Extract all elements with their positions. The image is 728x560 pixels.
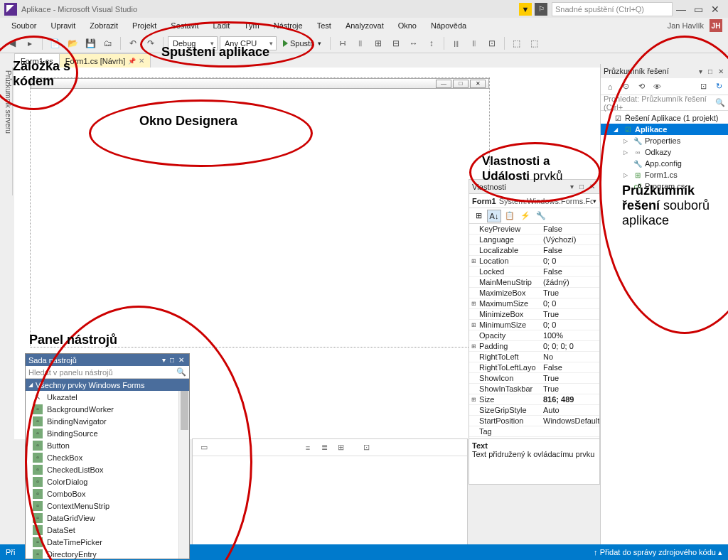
toolbox-item[interactable]: ▫BindingSource: [26, 427, 189, 439]
solexp-dropdown-icon[interactable]: ▾: [697, 68, 704, 75]
sol-properties[interactable]: ▷🔧Properties: [601, 135, 728, 146]
align6-icon[interactable]: ↕: [424, 36, 439, 51]
menu-napoveda[interactable]: Nápověda: [425, 20, 472, 31]
toolbox-item[interactable]: ▫CheckedListBox: [26, 463, 189, 475]
prop-row[interactable]: Tag: [469, 426, 599, 437]
prop-row[interactable]: ShowIconTrue: [469, 373, 599, 384]
save-icon[interactable]: 💾: [82, 36, 98, 51]
design-canvas[interactable]: — □ ✕: [30, 77, 490, 348]
menu-analyzovat[interactable]: Analyzovat: [340, 20, 390, 31]
close-tab-icon[interactable]: ✕: [139, 57, 144, 65]
out-b4-icon[interactable]: ⊡: [359, 441, 373, 455]
run-button[interactable]: Spustit▾: [279, 36, 326, 51]
prop-row[interactable]: LocalizableFalse: [469, 245, 599, 256]
sol-b1-icon[interactable]: ⊙: [619, 80, 632, 93]
saveall-icon[interactable]: 🗂: [100, 36, 116, 51]
toolbox-close-icon[interactable]: ✕: [176, 356, 186, 364]
menu-test[interactable]: Test: [311, 20, 337, 31]
user-badge[interactable]: JH: [710, 19, 722, 32]
sol-b3-icon[interactable]: 👁: [651, 80, 663, 93]
notification-icon[interactable]: ▼: [519, 3, 532, 16]
menu-nastroje[interactable]: Nástroje: [268, 20, 309, 31]
toolbox-item[interactable]: ▫ComboBox: [26, 488, 189, 500]
prop-row[interactable]: ⊞Padding0; 0; 0; 0: [469, 341, 599, 352]
prop-row[interactable]: ⊞MaximumSize0; 0: [469, 298, 599, 309]
feedback-icon[interactable]: ⚐: [535, 3, 547, 16]
toolbox-item[interactable]: ▫DataGridView: [26, 512, 189, 524]
platform-combo[interactable]: Any CPU: [220, 36, 277, 50]
menu-upravit[interactable]: Upravit: [45, 20, 81, 31]
prop-row[interactable]: SizeGripStyleAuto: [469, 405, 599, 416]
prop-row[interactable]: ⊞Location0; 0: [469, 256, 599, 266]
prop-row[interactable]: ⊞Size816; 489: [469, 394, 599, 405]
out-b1-icon[interactable]: ≡: [301, 441, 315, 455]
sol-references[interactable]: ▷▫▫Odkazy: [601, 146, 728, 158]
props-close-icon[interactable]: ✕: [588, 183, 596, 190]
config-combo[interactable]: Debug: [168, 36, 218, 50]
refresh-icon[interactable]: ↻: [712, 80, 725, 93]
align4-icon[interactable]: ⊟: [388, 36, 404, 51]
redo-icon[interactable]: ↷: [143, 36, 159, 51]
spacing3-icon[interactable]: ⊡: [484, 36, 500, 51]
prop-row[interactable]: RightToLeftLayoFalse: [469, 362, 599, 373]
toolbox-item[interactable]: ↖Ukazatel: [26, 391, 189, 403]
toolbox-item[interactable]: ▫ColorDialog: [26, 475, 189, 488]
props-alpha-icon[interactable]: A↓: [487, 210, 501, 222]
sol-b2-icon[interactable]: ⟲: [635, 80, 648, 93]
back-icon[interactable]: ◀: [4, 36, 20, 51]
toolbox-item[interactable]: ▫DirectoryEntry: [26, 548, 189, 560]
props-cat-icon[interactable]: ⊞: [471, 210, 486, 222]
prop-row[interactable]: MaximizeBoxTrue: [469, 288, 599, 298]
prop-row[interactable]: MinimizeBoxTrue: [469, 309, 599, 320]
toolbox-item[interactable]: ▫BindingNavigator: [26, 415, 189, 427]
spacing2-icon[interactable]: ⫴: [466, 36, 482, 51]
prop-row[interactable]: MainMenuStrip(žádný): [469, 277, 599, 288]
toolbox-scrollbar[interactable]: [178, 391, 189, 559]
toolbox-item[interactable]: ▫ContextMenuStrip: [26, 500, 189, 512]
prop-row[interactable]: StartPositionWindowsDefaultLoc: [469, 416, 599, 426]
sol-root[interactable]: ☑Řešení Aplikace (1 projekt): [601, 112, 728, 124]
toolbox-category[interactable]: ◢Všechny prvky Windows Forms: [26, 379, 189, 391]
prop-row[interactable]: KeyPreviewFalse: [469, 224, 599, 235]
props-pin-icon[interactable]: □: [578, 183, 585, 190]
toolbox-item[interactable]: ▫CheckBox: [26, 451, 189, 463]
props-events-icon[interactable]: ⚡: [518, 210, 532, 222]
prop-row[interactable]: TextForm1: [469, 437, 599, 438]
props-object-combo[interactable]: Form1System.Windows.Forms.Form▾: [469, 194, 599, 208]
toolbox-item[interactable]: ▫DataSet: [26, 524, 189, 536]
tab-form1-design[interactable]: Form1.cs [Návrh]📌✕: [59, 53, 151, 68]
forward-icon[interactable]: ▸: [22, 36, 38, 51]
solexp-pin-icon[interactable]: □: [707, 68, 714, 75]
toolbox-pin-icon[interactable]: □: [168, 356, 176, 364]
new-icon[interactable]: 📄: [47, 36, 63, 51]
prop-row[interactable]: Language(Výchozí): [469, 235, 599, 245]
toolbox-item[interactable]: ▫Button: [26, 439, 189, 451]
toolbox-dropdown-icon[interactable]: ▾: [160, 356, 168, 364]
props-dropdown-icon[interactable]: ▾: [569, 183, 575, 190]
out-b3-icon[interactable]: ⊞: [333, 441, 348, 455]
menu-soubor[interactable]: Soubor: [6, 20, 42, 31]
prop-row[interactable]: ShowInTaskbarTrue: [469, 384, 599, 394]
align-icon[interactable]: ∺: [335, 36, 350, 51]
undo-icon[interactable]: ↶: [125, 36, 141, 51]
user-name[interactable]: Jan Havlík: [668, 21, 707, 30]
sol-appconfig[interactable]: 🔧App.config: [601, 158, 728, 169]
close-button[interactable]: ✕: [707, 4, 724, 15]
order1-icon[interactable]: ⬚: [509, 36, 525, 51]
menu-ladit[interactable]: Ladit: [207, 20, 235, 31]
toolbox-item[interactable]: ▫DateTimePicker: [26, 536, 189, 548]
prop-row[interactable]: RightToLeftNo: [469, 352, 599, 362]
sol-b4-icon[interactable]: ⊡: [697, 80, 710, 93]
align3-icon[interactable]: ⊞: [370, 36, 386, 51]
prop-row[interactable]: Opacity100%: [469, 330, 599, 341]
order2-icon[interactable]: ⬚: [527, 36, 542, 51]
server-explorer-tab[interactable]: Průzkumník serveru: [0, 68, 13, 195]
props-props-icon[interactable]: 📋: [503, 210, 517, 222]
solexp-search[interactable]: Prohledat: Průzkumník řešení (Ctrl+🔍: [601, 95, 728, 111]
spacing1-icon[interactable]: ⫼: [449, 36, 464, 51]
home-icon[interactable]: ⌂: [604, 80, 616, 93]
open-icon[interactable]: 📂: [65, 36, 80, 51]
menu-sestavit[interactable]: Sestavit: [165, 20, 204, 31]
sol-program[interactable]: c#Program.cs: [601, 181, 728, 192]
out-b2-icon[interactable]: ≣: [317, 441, 331, 455]
